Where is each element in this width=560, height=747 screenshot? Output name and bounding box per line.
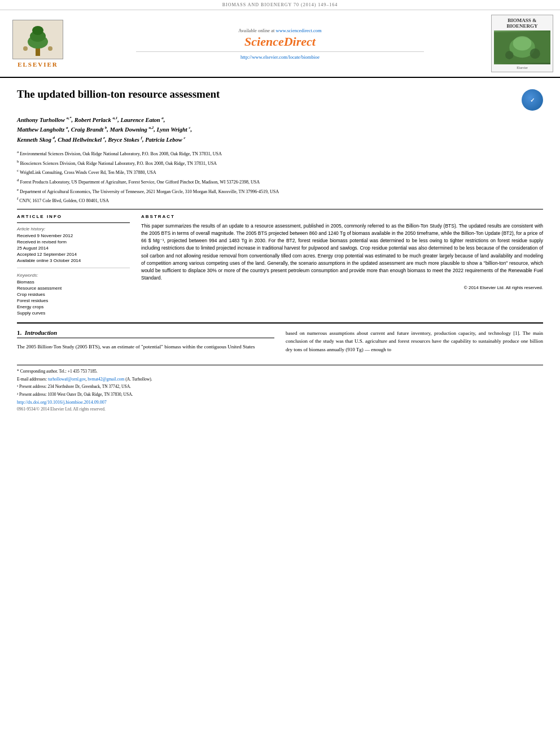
- sciencedirect-title: ScienceDirect: [75, 34, 485, 49]
- svg-point-6: [48, 46, 53, 51]
- affiliation-e: e Department of Agricultural Economics, …: [17, 187, 543, 195]
- email-note: E-mail addresses: turhollowaf@ornl.gov, …: [17, 377, 543, 383]
- footnote-1: ¹ Present address: 234 Northshore Dr, Gr…: [17, 384, 543, 390]
- intro-left-text: The 2005 Billion-Ton Study (2005 BTS), w…: [17, 343, 274, 351]
- keyword-forest-residues: Forest residues: [17, 298, 130, 303]
- svg-point-4: [32, 26, 43, 35]
- paper-body: The updated billion-ton resource assessm…: [0, 78, 560, 416]
- svg-point-9: [513, 36, 532, 50]
- introduction-section: 1. Introduction The 2005 Billion-Ton Stu…: [17, 329, 543, 353]
- keyword-biomass: Biomass: [17, 279, 130, 285]
- perlack-sup: a,1: [112, 116, 117, 120]
- authors-block: Anthony Turhollow a,*, Robert Perlack a,…: [17, 115, 543, 145]
- intro-right-text: based on numerous assumptions about curr…: [286, 329, 543, 353]
- email-link-1[interactable]: turhollowaf@ornl.gov: [48, 377, 86, 382]
- main-body-divider: [17, 322, 543, 324]
- header-content: ELSEVIER Available online at www.science…: [0, 10, 560, 77]
- sciencedirect-url[interactable]: www.sciencedirect.com: [276, 28, 322, 33]
- article-info-abstract-row: ARTICLE INFO Article history: Received 9…: [17, 214, 543, 317]
- svg-point-11: [530, 49, 540, 59]
- turhollow-sup: a,*: [67, 116, 72, 120]
- paper-title-text: The updated billion-ton resource assessm…: [17, 88, 522, 101]
- keyword-supply-curves: Supply curves: [17, 311, 130, 316]
- langholtz-sup: a: [66, 125, 68, 130]
- footnotes-section: * Corresponding author. Tel.: +1 435 753…: [17, 365, 543, 412]
- svg-point-5: [23, 46, 28, 51]
- journal-url[interactable]: http://www.elsevier.com/locate/biombioe: [75, 54, 485, 60]
- article-info-section: ARTICLE INFO Article history: Received 9…: [17, 214, 130, 317]
- paper-title-row: The updated billion-ton resource assessm…: [17, 88, 543, 111]
- received-revised-label: Received in revised form: [17, 239, 130, 244]
- revised-date: 25 August 2014: [17, 246, 130, 251]
- downing-sup: a,2: [148, 125, 154, 130]
- corresponding-author-note: * Corresponding author. Tel.: +1 435 753…: [17, 369, 543, 375]
- section-header: 1. Introduction: [17, 329, 274, 338]
- issn-line: 0961-9534/© 2014 Elsevier Ltd. All right…: [17, 407, 543, 412]
- section-divider: [17, 209, 543, 209]
- svg-point-10: [505, 51, 514, 59]
- affiliation-f: f CNJV, 1617 Cole Blvd, Golden, CO 80401…: [17, 196, 543, 204]
- article-info-title: ARTICLE INFO: [17, 214, 130, 219]
- doi-link[interactable]: http://dx.doi.org/10.1016/j.biombioe.201…: [17, 400, 543, 405]
- brandt-sup: b: [105, 125, 107, 130]
- keywords-label: Keywords:: [17, 273, 130, 278]
- eaton-sup: a: [161, 116, 164, 120]
- keyword-energy-crops: Energy crops: [17, 304, 130, 309]
- section-title: Introduction: [25, 329, 57, 336]
- keyword-resource: Resource assessment: [17, 286, 130, 291]
- footnote-2: ² Present address: 1030 West Outer Dr, O…: [17, 392, 543, 398]
- biomass-logo-subtitle: Elsevier: [494, 66, 550, 69]
- received-date: Received 9 November 2012: [17, 233, 130, 238]
- lebow-sup: c: [183, 136, 185, 140]
- hellwinckel-sup: e: [103, 136, 105, 140]
- journal-header: BIOMASS AND BIOENERGY 70 (2014) 149–164: [0, 0, 560, 78]
- biomass-logo-title: BIOMASS &BIOENERGY: [494, 18, 550, 29]
- available-online-date: Available online 3 October 2014: [17, 258, 130, 263]
- accepted-date: Accepted 12 September 2014: [17, 252, 130, 257]
- abstract-title: ABSTRACT: [141, 214, 543, 219]
- available-online-text: Available online at www.sciencedirect.co…: [75, 28, 485, 33]
- copyright-line: © 2014 Elsevier Ltd. All rights reserved…: [141, 285, 543, 290]
- skog-sup: d: [53, 136, 55, 140]
- wright-sup: c: [189, 125, 190, 130]
- intro-right-col: based on numerous assumptions about curr…: [286, 329, 543, 353]
- elsevier-tree-image: [12, 20, 63, 59]
- keyword-crop-residues: Crop residues: [17, 292, 130, 297]
- article-history-label: Article history:: [17, 226, 130, 231]
- intro-left-col: 1. Introduction The 2005 Billion-Ton Stu…: [17, 329, 274, 353]
- biomass-bioenergy-logo: BIOMASS &BIOENERGY Elsevier: [491, 15, 553, 72]
- elsevier-logo: ELSEVIER: [7, 20, 69, 68]
- affiliation-d: d Forest Products Laboratory, US Departm…: [17, 177, 543, 186]
- header-center: Available online at www.sciencedirect.co…: [75, 28, 485, 60]
- affiliation-b: b Biosciences Sciences Division, Oak Rid…: [17, 159, 543, 167]
- abstract-section: ABSTRACT This paper summarizes the resul…: [141, 214, 543, 317]
- affiliations-block: a Environmental Sciences Division, Oak R…: [17, 149, 543, 204]
- journal-top-bar: BIOMASS AND BIOENERGY 70 (2014) 149–164: [0, 0, 560, 10]
- biomass-logo-image: [494, 30, 550, 64]
- abstract-text: This paper summarizes the results of an …: [141, 222, 543, 282]
- crossmark-badge[interactable]: ✓: [522, 89, 543, 111]
- affiliation-a: a Environmental Sciences Division, Oak R…: [17, 149, 543, 158]
- affiliation-c: c WrightLink Consulting, Cross Winds Cov…: [17, 168, 543, 176]
- stokes-sup: f: [141, 136, 142, 140]
- email-link-2[interactable]: hvmat42@gmail.com: [88, 377, 124, 382]
- section-number: 1.: [17, 329, 21, 336]
- journal-citation: BIOMASS AND BIOENERGY 70 (2014) 149–164: [222, 2, 338, 7]
- elsevier-wordmark: ELSEVIER: [18, 61, 58, 68]
